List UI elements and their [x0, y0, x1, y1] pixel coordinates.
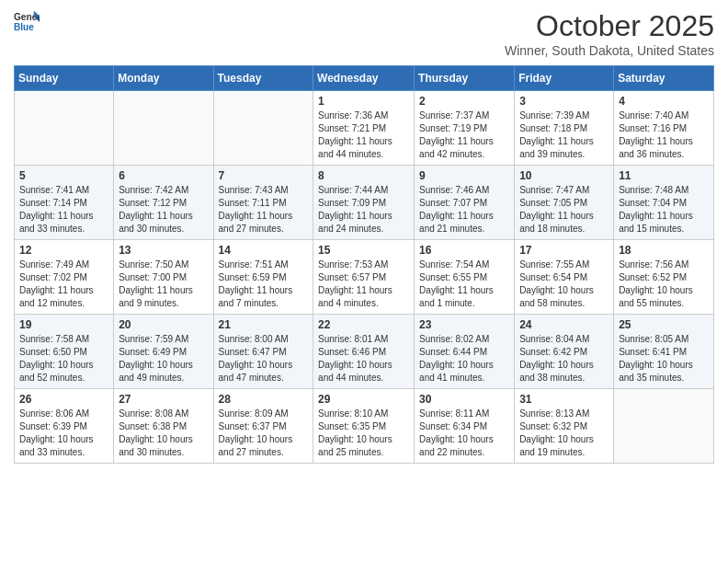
day-detail: Sunrise: 7:51 AMSunset: 6:59 PMDaylight:…: [219, 259, 309, 310]
day-number: 24: [519, 318, 609, 331]
calendar-cell: 15Sunrise: 7:53 AMSunset: 6:57 PMDayligh…: [313, 240, 415, 315]
calendar-week-row: 26Sunrise: 8:06 AMSunset: 6:39 PMDayligh…: [15, 389, 714, 464]
calendar-cell: 6Sunrise: 7:42 AMSunset: 7:12 PMDaylight…: [114, 166, 213, 240]
calendar-cell: 3Sunrise: 7:39 AMSunset: 7:18 PMDaylight…: [515, 91, 614, 166]
calendar-cell: 24Sunrise: 8:04 AMSunset: 6:42 PMDayligh…: [515, 315, 614, 389]
logo-icon: General Blue: [14, 9, 40, 35]
day-detail: Sunrise: 7:36 AMSunset: 7:21 PMDaylight:…: [318, 109, 409, 161]
day-detail: Sunrise: 7:56 AMSunset: 6:52 PMDaylight:…: [619, 259, 709, 310]
day-detail: Sunrise: 8:08 AMSunset: 6:38 PMDaylight:…: [119, 408, 208, 459]
day-detail: Sunrise: 8:01 AMSunset: 6:46 PMDaylight:…: [318, 333, 409, 385]
day-of-week-header: Friday: [515, 66, 614, 91]
month-title: October 2025: [505, 9, 714, 43]
day-detail: Sunrise: 7:47 AMSunset: 7:05 PMDaylight:…: [519, 184, 609, 236]
day-number: 17: [519, 244, 609, 257]
calendar-cell: 27Sunrise: 8:08 AMSunset: 6:38 PMDayligh…: [114, 389, 213, 464]
calendar-week-row: 1Sunrise: 7:36 AMSunset: 7:21 PMDaylight…: [15, 91, 714, 166]
calendar-cell: 4Sunrise: 7:40 AMSunset: 7:16 PMDaylight…: [614, 91, 714, 166]
calendar-cell: [213, 91, 313, 166]
day-of-week-header: Monday: [114, 66, 213, 91]
logo: General Blue: [14, 9, 40, 35]
day-number: 18: [619, 244, 709, 257]
calendar-cell: 10Sunrise: 7:47 AMSunset: 7:05 PMDayligh…: [515, 166, 614, 240]
day-number: 2: [419, 95, 509, 108]
day-detail: Sunrise: 8:11 AMSunset: 6:34 PMDaylight:…: [419, 408, 509, 459]
calendar-cell: 9Sunrise: 7:46 AMSunset: 7:07 PMDaylight…: [415, 166, 515, 240]
day-number: 1: [318, 95, 409, 108]
calendar-cell: 8Sunrise: 7:44 AMSunset: 7:09 PMDaylight…: [313, 166, 415, 240]
day-number: 3: [519, 95, 609, 108]
calendar-cell: 31Sunrise: 8:13 AMSunset: 6:32 PMDayligh…: [515, 389, 614, 464]
day-of-week-header: Wednesday: [313, 66, 415, 91]
day-detail: Sunrise: 7:41 AMSunset: 7:14 PMDaylight:…: [19, 184, 108, 236]
day-detail: Sunrise: 7:40 AMSunset: 7:16 PMDaylight:…: [619, 109, 709, 161]
day-detail: Sunrise: 7:55 AMSunset: 6:54 PMDaylight:…: [519, 259, 609, 310]
day-detail: Sunrise: 7:43 AMSunset: 7:11 PMDaylight:…: [219, 184, 309, 236]
calendar-cell: 17Sunrise: 7:55 AMSunset: 6:54 PMDayligh…: [515, 240, 614, 315]
day-detail: Sunrise: 7:37 AMSunset: 7:19 PMDaylight:…: [419, 109, 509, 161]
day-of-week-header: Sunday: [15, 66, 114, 91]
day-detail: Sunrise: 8:10 AMSunset: 6:35 PMDaylight:…: [318, 408, 409, 459]
title-area: October 2025 Winner, South Dakota, Unite…: [505, 9, 714, 58]
day-number: 28: [219, 393, 309, 406]
calendar-cell: 12Sunrise: 7:49 AMSunset: 7:02 PMDayligh…: [15, 240, 114, 315]
svg-text:Blue: Blue: [14, 22, 34, 32]
calendar-cell: 21Sunrise: 8:00 AMSunset: 6:47 PMDayligh…: [213, 315, 313, 389]
day-of-week-header: Saturday: [614, 66, 714, 91]
calendar-cell: 5Sunrise: 7:41 AMSunset: 7:14 PMDaylight…: [15, 166, 114, 240]
day-number: 29: [318, 393, 409, 406]
day-number: 5: [19, 169, 108, 182]
day-of-week-header: Thursday: [415, 66, 515, 91]
day-number: 9: [419, 169, 509, 182]
day-number: 19: [19, 318, 108, 331]
calendar-cell: 30Sunrise: 8:11 AMSunset: 6:34 PMDayligh…: [415, 389, 515, 464]
day-number: 14: [219, 244, 309, 257]
calendar-week-row: 19Sunrise: 7:58 AMSunset: 6:50 PMDayligh…: [15, 315, 714, 389]
day-detail: Sunrise: 7:53 AMSunset: 6:57 PMDaylight:…: [318, 259, 409, 310]
day-detail: Sunrise: 8:04 AMSunset: 6:42 PMDaylight:…: [519, 333, 609, 385]
day-detail: Sunrise: 7:48 AMSunset: 7:04 PMDaylight:…: [619, 184, 709, 236]
day-number: 27: [119, 393, 208, 406]
calendar-cell: 11Sunrise: 7:48 AMSunset: 7:04 PMDayligh…: [614, 166, 714, 240]
day-number: 12: [19, 244, 108, 257]
calendar-week-row: 5Sunrise: 7:41 AMSunset: 7:14 PMDaylight…: [15, 166, 714, 240]
day-detail: Sunrise: 8:06 AMSunset: 6:39 PMDaylight:…: [19, 408, 108, 459]
day-detail: Sunrise: 7:50 AMSunset: 7:00 PMDaylight:…: [119, 259, 208, 310]
day-detail: Sunrise: 7:54 AMSunset: 6:55 PMDaylight:…: [419, 259, 509, 310]
day-detail: Sunrise: 7:44 AMSunset: 7:09 PMDaylight:…: [318, 184, 409, 236]
day-number: 11: [619, 169, 709, 182]
day-detail: Sunrise: 7:59 AMSunset: 6:49 PMDaylight:…: [119, 333, 208, 385]
day-detail: Sunrise: 8:02 AMSunset: 6:44 PMDaylight:…: [419, 333, 509, 385]
calendar-cell: 29Sunrise: 8:10 AMSunset: 6:35 PMDayligh…: [313, 389, 415, 464]
calendar-cell: 18Sunrise: 7:56 AMSunset: 6:52 PMDayligh…: [614, 240, 714, 315]
calendar-cell: 14Sunrise: 7:51 AMSunset: 6:59 PMDayligh…: [213, 240, 313, 315]
calendar-cell: 23Sunrise: 8:02 AMSunset: 6:44 PMDayligh…: [415, 315, 515, 389]
location-title: Winner, South Dakota, United States: [505, 43, 714, 58]
calendar-cell: 2Sunrise: 7:37 AMSunset: 7:19 PMDaylight…: [415, 91, 515, 166]
day-number: 10: [519, 169, 609, 182]
day-number: 22: [318, 318, 409, 331]
calendar-cell: [114, 91, 213, 166]
calendar: SundayMondayTuesdayWednesdayThursdayFrid…: [14, 65, 714, 464]
day-number: 26: [19, 393, 108, 406]
day-detail: Sunrise: 8:13 AMSunset: 6:32 PMDaylight:…: [519, 408, 609, 459]
day-of-week-header: Tuesday: [213, 66, 313, 91]
calendar-cell: 20Sunrise: 7:59 AMSunset: 6:49 PMDayligh…: [114, 315, 213, 389]
day-detail: Sunrise: 7:46 AMSunset: 7:07 PMDaylight:…: [419, 184, 509, 236]
day-number: 16: [419, 244, 509, 257]
calendar-cell: 1Sunrise: 7:36 AMSunset: 7:21 PMDaylight…: [313, 91, 415, 166]
day-detail: Sunrise: 7:58 AMSunset: 6:50 PMDaylight:…: [19, 333, 108, 385]
day-number: 4: [619, 95, 709, 108]
day-detail: Sunrise: 7:49 AMSunset: 7:02 PMDaylight:…: [19, 259, 108, 310]
day-number: 7: [219, 169, 309, 182]
day-detail: Sunrise: 8:00 AMSunset: 6:47 PMDaylight:…: [219, 333, 309, 385]
calendar-cell: 28Sunrise: 8:09 AMSunset: 6:37 PMDayligh…: [213, 389, 313, 464]
calendar-cell: 25Sunrise: 8:05 AMSunset: 6:41 PMDayligh…: [614, 315, 714, 389]
calendar-cell: 16Sunrise: 7:54 AMSunset: 6:55 PMDayligh…: [415, 240, 515, 315]
calendar-header-row: SundayMondayTuesdayWednesdayThursdayFrid…: [15, 66, 714, 91]
calendar-cell: 19Sunrise: 7:58 AMSunset: 6:50 PMDayligh…: [15, 315, 114, 389]
calendar-cell: [614, 389, 714, 464]
day-number: 23: [419, 318, 509, 331]
header: General Blue October 2025 Winner, South …: [14, 9, 714, 58]
day-number: 30: [419, 393, 509, 406]
